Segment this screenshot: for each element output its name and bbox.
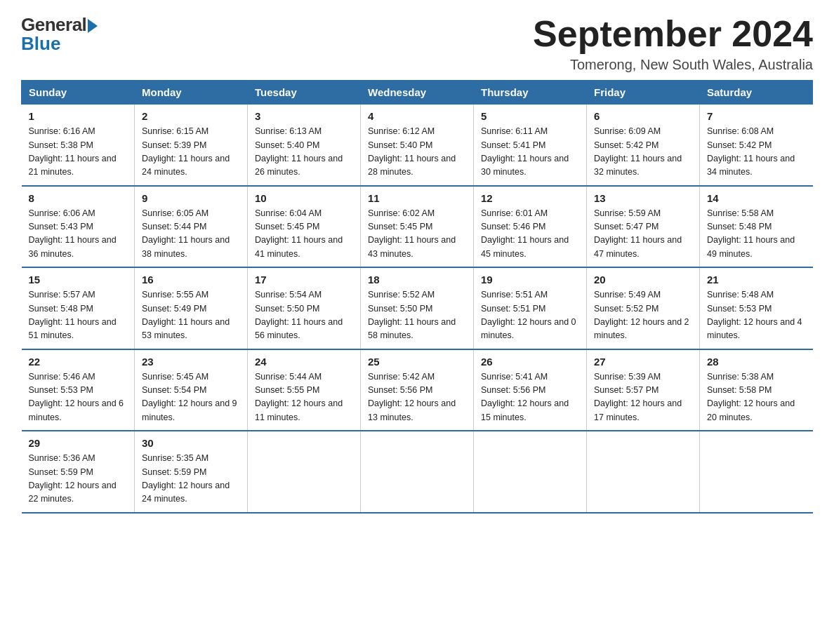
day-number: 19 — [481, 274, 579, 286]
day-info: Sunrise: 5:59 AMSunset: 5:47 PMDaylight:… — [594, 207, 692, 262]
calendar-week-row: 15 Sunrise: 5:57 AMSunset: 5:48 PMDaylig… — [22, 267, 813, 349]
calendar-cell: 22 Sunrise: 5:46 AMSunset: 5:53 PMDaylig… — [22, 349, 135, 431]
calendar-cell: 28 Sunrise: 5:38 AMSunset: 5:58 PMDaylig… — [700, 349, 813, 431]
day-info: Sunrise: 5:55 AMSunset: 5:49 PMDaylight:… — [142, 288, 240, 343]
day-number: 25 — [368, 356, 466, 368]
calendar-cell — [361, 431, 474, 513]
column-header-tuesday: Tuesday — [248, 81, 361, 105]
column-header-thursday: Thursday — [474, 81, 587, 105]
day-info: Sunrise: 6:12 AMSunset: 5:40 PMDaylight:… — [368, 125, 466, 180]
day-number: 2 — [142, 110, 240, 122]
column-header-friday: Friday — [587, 81, 700, 105]
location-subtitle: Tomerong, New South Wales, Australia — [533, 57, 813, 73]
day-info: Sunrise: 6:08 AMSunset: 5:42 PMDaylight:… — [707, 125, 806, 180]
calendar-cell: 2 Sunrise: 6:15 AMSunset: 5:39 PMDayligh… — [135, 105, 248, 186]
calendar-cell: 7 Sunrise: 6:08 AMSunset: 5:42 PMDayligh… — [700, 105, 813, 186]
day-number: 22 — [29, 356, 128, 368]
calendar-cell — [700, 431, 813, 513]
logo: General Blue — [21, 14, 98, 55]
day-info: Sunrise: 5:35 AMSunset: 5:59 PMDaylight:… — [142, 452, 240, 507]
day-number: 7 — [707, 110, 806, 122]
day-info: Sunrise: 5:45 AMSunset: 5:54 PMDaylight:… — [142, 370, 240, 425]
day-number: 21 — [707, 274, 806, 286]
day-info: Sunrise: 6:01 AMSunset: 5:46 PMDaylight:… — [481, 207, 579, 262]
calendar-cell: 1 Sunrise: 6:16 AMSunset: 5:38 PMDayligh… — [22, 105, 135, 186]
day-info: Sunrise: 5:49 AMSunset: 5:52 PMDaylight:… — [594, 288, 692, 343]
day-number: 10 — [255, 192, 353, 204]
calendar-cell: 26 Sunrise: 5:41 AMSunset: 5:56 PMDaylig… — [474, 349, 587, 431]
calendar-cell: 18 Sunrise: 5:52 AMSunset: 5:50 PMDaylig… — [361, 267, 474, 349]
day-info: Sunrise: 5:51 AMSunset: 5:51 PMDaylight:… — [481, 288, 579, 343]
day-info: Sunrise: 5:44 AMSunset: 5:55 PMDaylight:… — [255, 370, 353, 425]
day-info: Sunrise: 5:38 AMSunset: 5:58 PMDaylight:… — [707, 370, 806, 425]
calendar-cell: 3 Sunrise: 6:13 AMSunset: 5:40 PMDayligh… — [248, 105, 361, 186]
main-title: September 2024 — [533, 14, 813, 54]
day-number: 23 — [142, 356, 240, 368]
calendar-cell: 4 Sunrise: 6:12 AMSunset: 5:40 PMDayligh… — [361, 105, 474, 186]
day-info: Sunrise: 5:46 AMSunset: 5:53 PMDaylight:… — [29, 370, 128, 425]
calendar-header-row: SundayMondayTuesdayWednesdayThursdayFrid… — [22, 81, 813, 105]
calendar-cell: 14 Sunrise: 5:58 AMSunset: 5:48 PMDaylig… — [700, 186, 813, 268]
day-number: 8 — [29, 192, 128, 204]
day-number: 26 — [481, 356, 579, 368]
day-info: Sunrise: 5:52 AMSunset: 5:50 PMDaylight:… — [368, 288, 466, 343]
column-header-saturday: Saturday — [700, 81, 813, 105]
calendar-cell — [474, 431, 587, 513]
calendar-week-row: 8 Sunrise: 6:06 AMSunset: 5:43 PMDayligh… — [22, 186, 813, 268]
calendar-cell: 11 Sunrise: 6:02 AMSunset: 5:45 PMDaylig… — [361, 186, 474, 268]
title-block: September 2024 Tomerong, New South Wales… — [533, 14, 813, 73]
calendar-cell: 27 Sunrise: 5:39 AMSunset: 5:57 PMDaylig… — [587, 349, 700, 431]
calendar-cell: 9 Sunrise: 6:05 AMSunset: 5:44 PMDayligh… — [135, 186, 248, 268]
calendar-cell — [587, 431, 700, 513]
day-number: 30 — [142, 437, 240, 449]
day-info: Sunrise: 5:36 AMSunset: 5:59 PMDaylight:… — [29, 452, 128, 507]
day-number: 17 — [255, 274, 353, 286]
day-info: Sunrise: 6:16 AMSunset: 5:38 PMDaylight:… — [29, 125, 128, 180]
day-number: 14 — [707, 192, 806, 204]
day-number: 13 — [594, 192, 692, 204]
column-header-monday: Monday — [135, 81, 248, 105]
column-header-sunday: Sunday — [22, 81, 135, 105]
calendar-cell: 23 Sunrise: 5:45 AMSunset: 5:54 PMDaylig… — [135, 349, 248, 431]
day-info: Sunrise: 5:57 AMSunset: 5:48 PMDaylight:… — [29, 288, 128, 343]
day-info: Sunrise: 6:06 AMSunset: 5:43 PMDaylight:… — [29, 207, 128, 262]
calendar-cell: 20 Sunrise: 5:49 AMSunset: 5:52 PMDaylig… — [587, 267, 700, 349]
day-number: 3 — [255, 110, 353, 122]
logo-blue-text: Blue — [21, 33, 60, 55]
day-info: Sunrise: 5:48 AMSunset: 5:53 PMDaylight:… — [707, 288, 806, 343]
day-number: 16 — [142, 274, 240, 286]
day-number: 12 — [481, 192, 579, 204]
calendar-week-row: 22 Sunrise: 5:46 AMSunset: 5:53 PMDaylig… — [22, 349, 813, 431]
calendar-cell: 5 Sunrise: 6:11 AMSunset: 5:41 PMDayligh… — [474, 105, 587, 186]
calendar-cell: 29 Sunrise: 5:36 AMSunset: 5:59 PMDaylig… — [22, 431, 135, 513]
day-info: Sunrise: 5:42 AMSunset: 5:56 PMDaylight:… — [368, 370, 466, 425]
day-number: 29 — [29, 437, 128, 449]
calendar-cell: 30 Sunrise: 5:35 AMSunset: 5:59 PMDaylig… — [135, 431, 248, 513]
day-number: 11 — [368, 192, 466, 204]
day-number: 20 — [594, 274, 692, 286]
day-info: Sunrise: 5:58 AMSunset: 5:48 PMDaylight:… — [707, 207, 806, 262]
day-number: 28 — [707, 356, 806, 368]
calendar-cell: 16 Sunrise: 5:55 AMSunset: 5:49 PMDaylig… — [135, 267, 248, 349]
calendar-cell: 10 Sunrise: 6:04 AMSunset: 5:45 PMDaylig… — [248, 186, 361, 268]
day-number: 18 — [368, 274, 466, 286]
logo-arrow-icon — [88, 19, 98, 33]
day-number: 6 — [594, 110, 692, 122]
calendar-cell: 21 Sunrise: 5:48 AMSunset: 5:53 PMDaylig… — [700, 267, 813, 349]
calendar-cell: 15 Sunrise: 5:57 AMSunset: 5:48 PMDaylig… — [22, 267, 135, 349]
calendar-cell: 6 Sunrise: 6:09 AMSunset: 5:42 PMDayligh… — [587, 105, 700, 186]
day-info: Sunrise: 6:05 AMSunset: 5:44 PMDaylight:… — [142, 207, 240, 262]
day-number: 4 — [368, 110, 466, 122]
day-info: Sunrise: 6:09 AMSunset: 5:42 PMDaylight:… — [594, 125, 692, 180]
page-header: General Blue September 2024 Tomerong, Ne… — [21, 14, 813, 73]
day-number: 9 — [142, 192, 240, 204]
calendar-cell: 25 Sunrise: 5:42 AMSunset: 5:56 PMDaylig… — [361, 349, 474, 431]
day-number: 5 — [481, 110, 579, 122]
day-info: Sunrise: 5:41 AMSunset: 5:56 PMDaylight:… — [481, 370, 579, 425]
day-info: Sunrise: 6:13 AMSunset: 5:40 PMDaylight:… — [255, 125, 353, 180]
calendar-cell — [248, 431, 361, 513]
day-info: Sunrise: 6:02 AMSunset: 5:45 PMDaylight:… — [368, 207, 466, 262]
day-number: 24 — [255, 356, 353, 368]
calendar-table: SundayMondayTuesdayWednesdayThursdayFrid… — [21, 80, 813, 514]
calendar-week-row: 1 Sunrise: 6:16 AMSunset: 5:38 PMDayligh… — [22, 105, 813, 186]
